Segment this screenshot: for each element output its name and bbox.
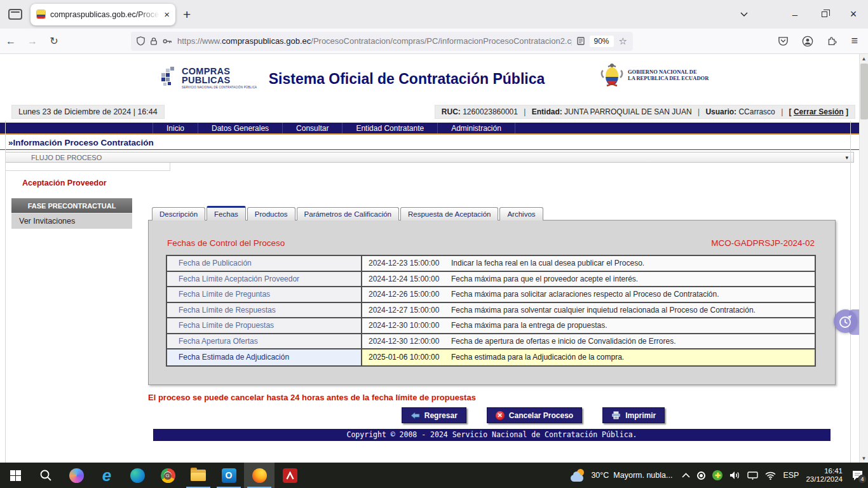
pocket-icon[interactable] xyxy=(778,36,789,46)
nav-item-inicio[interactable]: Inicio xyxy=(153,123,198,133)
url-text[interactable]: https://www.compraspublicas.gob.ec/Proce… xyxy=(177,36,572,46)
imprimir-button[interactable]: Imprimir xyxy=(602,407,665,423)
taskbar-internet-explorer-button[interactable]: e xyxy=(92,463,122,488)
row-label: Fecha Límite Aceptación Proveedor xyxy=(167,272,362,287)
taskbar-outlook-button[interactable]: O xyxy=(214,463,244,488)
browser-toolbar: ← → ↻ https://www.compraspublicas.gob.ec… xyxy=(0,29,868,54)
hidden-icons-chevron[interactable] xyxy=(682,473,690,478)
bookmark-star-icon[interactable]: ☆ xyxy=(619,36,627,47)
section-title: Fechas de Control del Proceso xyxy=(167,238,285,248)
list-tabs-chevron-icon[interactable] xyxy=(729,0,759,29)
cancelar-proceso-button[interactable]: ✕ Cancelar Proceso xyxy=(487,407,582,423)
gov-line2: LA REPUBLICA DEL ECUADOR xyxy=(628,75,709,81)
stage-label: Aceptación Proveedor xyxy=(22,179,859,187)
nav-item-administracion[interactable]: Administración xyxy=(437,123,515,133)
url-bar[interactable]: https://www.compraspublicas.gob.ec/Proce… xyxy=(131,32,633,51)
scrollbar-thumb[interactable] xyxy=(860,64,868,119)
tab-fechas[interactable]: Fechas xyxy=(207,206,246,220)
session-info: RUC: 1260023860001 | Entidad: JUNTA PARR… xyxy=(435,105,855,119)
taskbar-clock[interactable]: 16:41 23/12/2024 xyxy=(806,467,843,484)
row-desc: Fecha máxima para que el proveedor acept… xyxy=(451,272,815,287)
nav-item-consultar[interactable]: Consultar xyxy=(282,123,342,133)
taskbar-edge-button[interactable] xyxy=(122,463,153,488)
table-row: Fecha Límite de Preguntas 2024-12-26 15:… xyxy=(167,287,815,303)
firefox-view-icon[interactable] xyxy=(8,9,22,20)
window-minimize-button[interactable]: – xyxy=(780,0,810,29)
volume-icon[interactable] xyxy=(729,471,740,480)
floating-timer-extension-button[interactable] xyxy=(834,309,857,333)
shield-icon[interactable] xyxy=(137,36,145,46)
sidebar-header: FASE PRECONTRACTUAL xyxy=(11,198,132,213)
display-cast-tray-icon[interactable] xyxy=(747,471,758,480)
tab-respuesta-aceptacion[interactable]: Respuesta de Aceptación xyxy=(400,207,498,220)
regresar-button[interactable]: Regresar xyxy=(402,407,466,423)
tab-parametros-calificacion[interactable]: Parámetros de Calificación xyxy=(297,207,399,220)
key-icon[interactable] xyxy=(163,38,172,44)
site-header: COMPRAS PUBLICAS SERVICIO NACIONAL DE CO… xyxy=(0,54,859,105)
forward-button[interactable]: → xyxy=(22,36,43,47)
extensions-puzzle-icon[interactable] xyxy=(827,36,837,46)
wifi-icon[interactable] xyxy=(765,471,776,480)
table-row-highlighted: Fecha Estimada de Adjudicación 2025-01-0… xyxy=(167,349,815,365)
taskbar-firefox-button[interactable] xyxy=(244,463,275,488)
compras-publicas-logo-icon xyxy=(161,67,178,88)
window-restore-button[interactable] xyxy=(810,0,839,29)
outlook-icon: O xyxy=(222,468,236,483)
site-favicon-icon xyxy=(36,10,46,19)
tab-archivos[interactable]: Archivos xyxy=(499,207,543,220)
taskbar-file-explorer-button[interactable] xyxy=(183,463,214,488)
row-desc: Fecha máxima para la entrega de propuest… xyxy=(451,318,815,333)
taskbar-acrobat-button[interactable] xyxy=(275,463,305,488)
taskbar-copilot-button[interactable] xyxy=(61,463,92,488)
scroll-down-icon[interactable]: ▼ xyxy=(860,454,868,463)
action-buttons: Regresar ✕ Cancelar Proceso Imprimir xyxy=(148,407,836,423)
search-icon xyxy=(39,469,52,482)
record-tray-icon[interactable] xyxy=(697,471,705,480)
vertical-scrollbar[interactable]: ▲ ▼ xyxy=(859,54,868,463)
lock-icon[interactable] xyxy=(150,37,158,46)
start-button[interactable] xyxy=(0,463,31,488)
flujo-label: FLUJO DE PROCESO xyxy=(31,154,102,161)
row-date: 2025-01-06 10:00:00 xyxy=(362,349,451,365)
row-desc: Fecha máxima para solicitar aclaraciones… xyxy=(451,287,815,302)
row-date: 2024-12-26 15:00:00 xyxy=(362,287,451,302)
notification-center-button[interactable]: 4 xyxy=(850,468,865,482)
row-date: 2024-12-24 15:00:00 xyxy=(362,272,451,287)
logout-link[interactable]: [ Cerrar Sesión ] xyxy=(789,107,848,116)
weather-widget[interactable]: 30°C Mayorm. nubla... xyxy=(571,469,672,482)
process-code: MCO-GADPRSJP-2024-02 xyxy=(711,238,815,248)
flujo-de-proceso-toggle[interactable]: FLUJO DE PROCESO ▾ xyxy=(5,152,854,163)
app-menu-icon[interactable]: ≡ xyxy=(851,34,858,48)
zoom-level-badge[interactable]: 90% xyxy=(590,36,614,47)
window-close-button[interactable]: × xyxy=(839,0,868,29)
nav-item-entidad-contratante[interactable]: Entidad Contratante xyxy=(342,123,437,133)
weather-description: Mayorm. nubla... xyxy=(613,471,672,480)
back-button[interactable]: ← xyxy=(0,36,22,47)
scroll-up-icon[interactable]: ▲ xyxy=(860,54,868,63)
government-logo: GOBIERNO NACIONAL DE LA REPUBLICA DEL EC… xyxy=(600,62,709,88)
account-icon[interactable] xyxy=(802,36,813,47)
table-row: Fecha Límite de Propuestas 2024-12-30 10… xyxy=(167,318,815,334)
taskbar-search-button[interactable] xyxy=(31,463,61,488)
fechas-panel: Fechas de Control del Proceso MCO-GADPRS… xyxy=(148,220,836,385)
ecuador-crest-icon xyxy=(600,62,623,88)
restore-icon xyxy=(822,11,827,17)
internet-explorer-icon: e xyxy=(102,468,111,482)
new-tab-button[interactable]: + xyxy=(183,7,191,22)
tab-productos[interactable]: Productos xyxy=(247,207,295,220)
nav-item-datos-generales[interactable]: Datos Generales xyxy=(198,123,282,133)
sidebar-item-ver-invitaciones[interactable]: Ver Invitaciones xyxy=(11,213,132,229)
page-right-border xyxy=(850,121,851,463)
reader-view-icon[interactable] xyxy=(577,37,585,45)
chrome-icon: G xyxy=(161,468,175,483)
entity-label: Entidad: xyxy=(532,107,562,116)
taskbar-chrome-button[interactable]: G xyxy=(153,463,183,488)
browser-tab[interactable]: compraspublicas.gob.ec/Proce × xyxy=(31,4,175,25)
tab-close-icon[interactable]: × xyxy=(164,9,170,20)
page-title: Sistema Oficial de Contratación Pública xyxy=(269,71,545,88)
reload-button[interactable]: ↻ xyxy=(43,35,65,47)
row-desc: Fecha máxima para solventar cualquier in… xyxy=(451,303,815,318)
antivirus-tray-icon[interactable]: ✚ xyxy=(712,470,722,480)
language-indicator[interactable]: ESP xyxy=(783,471,799,480)
tab-descripcion[interactable]: Descripción xyxy=(152,207,205,220)
